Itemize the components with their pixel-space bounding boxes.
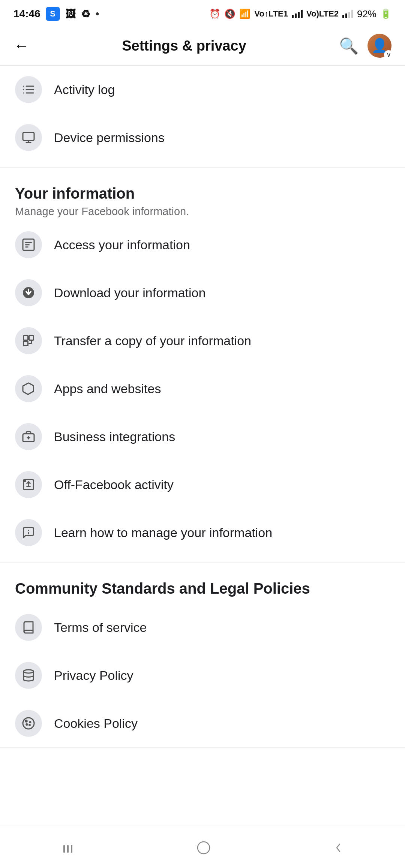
back-button-nav[interactable] bbox=[332, 841, 345, 855]
lte2-label: Vo)LTE2 bbox=[306, 9, 339, 19]
business-integrations-label: Business integrations bbox=[54, 430, 175, 444]
download-info-label: Download your information bbox=[54, 286, 206, 300]
off-facebook-label: Off-Facebook activity bbox=[54, 477, 174, 492]
svg-point-28 bbox=[29, 724, 30, 726]
top-menu-section: Activity log Device permissions bbox=[0, 66, 405, 162]
business-integrations-item[interactable]: Business integrations bbox=[0, 413, 405, 461]
community-standards-title: Community Standards and Legal Policies bbox=[15, 579, 390, 597]
status-left: 14:46 S 🖼 ♻ • bbox=[14, 7, 99, 21]
svg-rect-31 bbox=[71, 845, 72, 853]
community-standards-header: Community Standards and Legal Policies bbox=[0, 569, 405, 603]
apps-websites-item[interactable]: Apps and websites bbox=[0, 365, 405, 413]
cookies-policy-icon bbox=[15, 710, 42, 737]
recycle-icon: ♻ bbox=[81, 8, 90, 20]
svg-rect-12 bbox=[24, 336, 28, 340]
activity-log-icon bbox=[15, 76, 42, 103]
device-permissions-icon bbox=[15, 124, 42, 151]
nav-right-actions: 🔍 👤 ∨ bbox=[339, 34, 392, 58]
svg-rect-29 bbox=[63, 845, 65, 853]
svg-rect-6 bbox=[23, 133, 34, 141]
recent-apps-button[interactable] bbox=[60, 840, 76, 856]
signal1-bars bbox=[292, 10, 303, 18]
off-facebook-item[interactable]: Off-Facebook activity bbox=[0, 461, 405, 509]
apps-websites-label: Apps and websites bbox=[54, 382, 161, 396]
learn-manage-label: Learn how to manage your information bbox=[54, 525, 272, 540]
svg-rect-14 bbox=[24, 341, 28, 346]
privacy-policy-label: Privacy Policy bbox=[54, 668, 134, 683]
transfer-info-icon bbox=[15, 327, 42, 354]
bottom-nav bbox=[0, 827, 405, 868]
learn-manage-item[interactable]: Learn how to manage your information bbox=[0, 509, 405, 557]
access-info-label: Access your information bbox=[54, 238, 190, 252]
device-permissions-label: Device permissions bbox=[54, 130, 165, 145]
activity-log-label: Activity log bbox=[54, 82, 115, 97]
terms-of-service-item[interactable]: Terms of service bbox=[0, 603, 405, 651]
s-icon: S bbox=[46, 7, 60, 21]
dot-indicator: • bbox=[96, 8, 99, 20]
your-info-subtitle: Manage your Facebook information. bbox=[15, 205, 390, 218]
svg-point-23 bbox=[24, 670, 34, 673]
privacy-policy-icon bbox=[15, 662, 42, 689]
device-permissions-item[interactable]: Device permissions bbox=[0, 114, 405, 162]
cookies-policy-label: Cookies Policy bbox=[54, 716, 138, 731]
battery-percent: 92% bbox=[357, 8, 376, 20]
svg-rect-32 bbox=[198, 842, 210, 854]
access-info-icon bbox=[15, 231, 42, 258]
main-content: Activity log Device permissions Your inf… bbox=[0, 66, 405, 763]
avatar-chevron-icon: ∨ bbox=[384, 50, 393, 59]
learn-manage-icon bbox=[15, 519, 42, 546]
terms-of-service-icon bbox=[15, 614, 42, 641]
privacy-policy-item[interactable]: Privacy Policy bbox=[0, 651, 405, 699]
svg-rect-30 bbox=[67, 845, 69, 853]
status-time: 14:46 bbox=[14, 8, 40, 20]
section-divider-1 bbox=[0, 168, 405, 168]
page-title: Settings & privacy bbox=[29, 38, 339, 54]
status-bar: 14:46 S 🖼 ♻ • ⏰ 🔇 📶 Vo↑LTE1 Vo)LTE2 92% … bbox=[0, 0, 405, 26]
top-nav: ← Settings & privacy 🔍 👤 ∨ bbox=[0, 26, 405, 66]
cookies-policy-item[interactable]: Cookies Policy bbox=[0, 699, 405, 748]
mute-icon: 🔇 bbox=[224, 9, 236, 19]
signal2-bars bbox=[342, 10, 353, 18]
terms-of-service-label: Terms of service bbox=[54, 620, 147, 635]
svg-point-24 bbox=[23, 718, 34, 729]
home-button[interactable] bbox=[195, 840, 212, 856]
svg-point-27 bbox=[26, 724, 28, 725]
your-info-title: Your information bbox=[15, 184, 390, 202]
status-right: ⏰ 🔇 📶 Vo↑LTE1 Vo)LTE2 92% 🔋 bbox=[209, 8, 392, 20]
battery-icon: 🔋 bbox=[380, 9, 392, 19]
transfer-info-label: Transfer a copy of your information bbox=[54, 334, 251, 348]
access-info-item[interactable]: Access your information bbox=[0, 221, 405, 269]
your-information-section: Your information Manage your Facebook in… bbox=[0, 174, 405, 557]
business-integrations-icon bbox=[15, 423, 42, 450]
your-info-header: Your information Manage your Facebook in… bbox=[0, 174, 405, 221]
alarm-icon: ⏰ bbox=[209, 9, 220, 19]
svg-point-25 bbox=[26, 720, 27, 722]
back-button[interactable]: ← bbox=[14, 37, 29, 55]
community-standards-section: Community Standards and Legal Policies T… bbox=[0, 569, 405, 748]
avatar[interactable]: 👤 ∨ bbox=[368, 34, 392, 58]
svg-point-20 bbox=[24, 480, 26, 482]
download-info-icon bbox=[15, 279, 42, 306]
wifi-icon: 📶 bbox=[239, 9, 250, 19]
section-divider-2 bbox=[0, 563, 405, 563]
search-button[interactable]: 🔍 bbox=[339, 37, 358, 55]
svg-point-26 bbox=[30, 722, 31, 723]
svg-rect-13 bbox=[29, 336, 34, 340]
lte1-label: Vo↑LTE1 bbox=[254, 9, 288, 19]
off-facebook-icon bbox=[15, 471, 42, 498]
transfer-info-item[interactable]: Transfer a copy of your information bbox=[0, 317, 405, 365]
apps-websites-icon bbox=[15, 375, 42, 402]
gallery-icon: 🖼 bbox=[65, 8, 76, 20]
activity-log-item[interactable]: Activity log bbox=[0, 66, 405, 114]
download-info-item[interactable]: Download your information bbox=[0, 269, 405, 317]
